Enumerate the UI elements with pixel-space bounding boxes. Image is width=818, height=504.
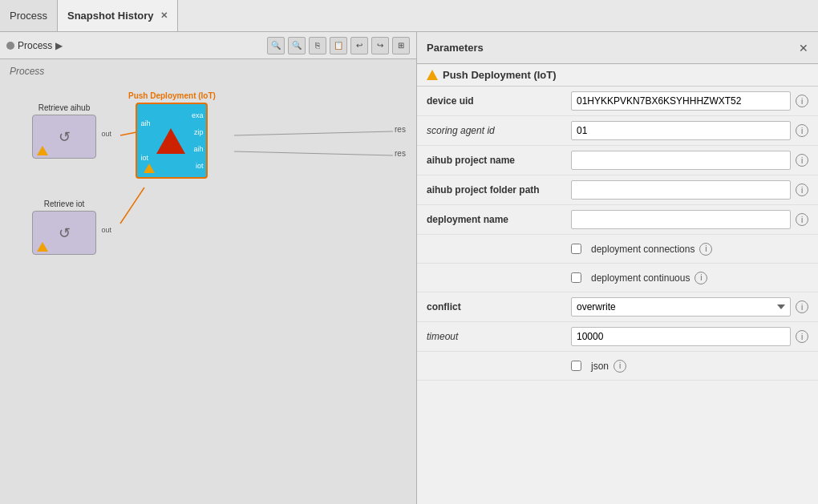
params-body: device uid i scoring agent id i aihub pr… <box>417 87 818 504</box>
param-info-device-uid[interactable]: i <box>796 95 808 107</box>
node-retrieve-aihub-body: ↺ out <box>32 115 96 159</box>
param-input-area-deployment-continuous: deployment continuous i <box>571 272 808 284</box>
canvas-area: Process Retrieve aihub ↺ out <box>0 59 416 504</box>
param-checkbox-deployment-continuous[interactable] <box>571 272 581 283</box>
param-checkbox-deployment-connections[interactable] <box>571 244 581 254</box>
param-input-area-device-uid: i <box>571 91 808 111</box>
param-checkbox-json[interactable] <box>571 361 581 371</box>
param-select-conflict[interactable]: overwrite skip error <box>571 297 791 317</box>
tab-snapshot-history-close[interactable]: ✕ <box>160 10 168 21</box>
param-label-scoring-agent-id: scoring agent id <box>427 125 571 136</box>
param-row-aihub-project-name: aihub project name i <box>417 146 818 175</box>
breadcrumb-dot <box>6 42 14 50</box>
node-retrieve-aihub-icon: ↺ <box>59 128 71 146</box>
param-row-deployment-name: deployment name i <box>417 205 818 235</box>
param-label-aihub-project-name: aihub project name <box>427 155 571 166</box>
canvas-res1-label: res <box>395 125 406 134</box>
node-retrieve-aihub-out-port: out <box>101 130 111 138</box>
param-input-area-aihub-project-folder-path: i <box>571 180 808 200</box>
node-retrieve-iot-body: ↺ out <box>32 211 96 255</box>
param-label-timeout: timeout <box>427 331 571 342</box>
node-push-deployment-iot[interactable]: Push Deployment (IoT) aih iot <box>128 91 216 179</box>
svg-line-2 <box>234 131 393 135</box>
param-row-deployment-connections: deployment connections i <box>417 235 818 264</box>
param-info-deployment-connections[interactable]: i <box>699 243 712 256</box>
node-retrieve-iot-out-port: out <box>101 226 111 234</box>
param-input-area-conflict: overwrite skip error i <box>571 297 808 317</box>
params-subtitle-warning-icon <box>427 70 438 81</box>
param-row-aihub-project-folder-path: aihub project folder path i <box>417 175 818 205</box>
param-label-deployment-name: deployment name <box>427 214 571 225</box>
toolbar-copy-button[interactable]: ⎘ <box>309 37 326 54</box>
toolbar-search2-button[interactable]: 🔍 <box>288 37 306 54</box>
params-close-button[interactable]: ✕ <box>799 42 808 54</box>
param-input-aihub-project-folder-path[interactable] <box>571 180 791 200</box>
param-row-conflict: conflict overwrite skip error i <box>417 292 818 322</box>
node-retrieve-aihub-label: Retrieve aihub <box>38 103 90 112</box>
toolbar: Process ▶ 🔍 🔍 ⎘ 📋 ↩ ↪ ⊞ <box>0 32 416 59</box>
breadcrumb-arrow: ▶ <box>55 40 63 51</box>
right-panel: Parameters ✕ Push Deployment (IoT) devic… <box>417 32 818 504</box>
param-label-device-uid: device uid <box>427 95 571 107</box>
node-push-deployment-iot-body: aih iot exa zip aih iot <box>136 103 208 179</box>
param-row-timeout: timeout i <box>417 322 818 352</box>
param-label-conflict: conflict <box>427 301 571 312</box>
node-iot-bottom-warning-icon <box>144 163 155 173</box>
toolbar-search1-button[interactable]: 🔍 <box>267 37 285 54</box>
tab-snapshot-history-label: Snapshot History <box>67 10 154 22</box>
node-iot-warning-container <box>155 125 187 157</box>
toolbar-undo-button[interactable]: ↩ <box>350 37 368 54</box>
tab-process-label: Process <box>10 10 47 22</box>
breadcrumb-label: Process <box>18 40 52 51</box>
node-retrieve-aihub[interactable]: Retrieve aihub ↺ out <box>32 103 96 159</box>
param-row-scoring-agent-id: scoring agent id i <box>417 116 818 146</box>
params-subtitle-label: Push Deployment (IoT) <box>443 69 557 81</box>
param-checkbox-label-deployment-connections: deployment connections <box>591 244 694 255</box>
param-row-json: json i <box>417 352 818 381</box>
param-input-area-scoring-agent-id: i <box>571 121 808 140</box>
svg-line-1 <box>120 187 144 224</box>
node-retrieve-iot-icon: ↺ <box>59 224 71 242</box>
canvas-label: Process <box>10 66 44 77</box>
breadcrumb: Process ▶ <box>6 40 63 51</box>
param-input-area-deployment-connections: deployment connections i <box>571 243 808 256</box>
param-info-deployment-name[interactable]: i <box>796 213 808 226</box>
param-input-scoring-agent-id[interactable] <box>571 121 791 140</box>
param-info-json[interactable]: i <box>614 360 626 373</box>
toolbar-fit-button[interactable]: ⊞ <box>392 37 410 54</box>
param-input-device-uid[interactable] <box>571 91 791 111</box>
params-subtitle: Push Deployment (IoT) <box>417 64 818 87</box>
node-iot-center <box>150 107 191 174</box>
param-input-aihub-project-name[interactable] <box>571 151 791 170</box>
param-checkbox-label-json: json <box>591 361 609 372</box>
params-title: Parameters <box>427 42 484 54</box>
node-retrieve-iot-warning-icon <box>37 242 48 252</box>
tab-bar: Process Snapshot History ✕ <box>0 0 818 32</box>
param-info-timeout[interactable]: i <box>796 330 808 343</box>
toolbar-paste-button[interactable]: 📋 <box>330 37 347 54</box>
node-iot-triangle-icon <box>156 128 185 154</box>
node-retrieve-iot[interactable]: Retrieve iot ↺ out <box>32 200 96 255</box>
param-checkbox-label-deployment-continuous: deployment continuous <box>591 272 690 284</box>
tab-process[interactable]: Process <box>0 0 58 31</box>
param-input-area-timeout: i <box>571 327 808 346</box>
canvas-res2-label: res <box>395 149 406 158</box>
toolbar-redo-button[interactable]: ↪ <box>371 37 389 54</box>
node-retrieve-iot-label: Retrieve iot <box>44 200 85 208</box>
main-area: Process ▶ 🔍 🔍 ⎘ 📋 ↩ ↪ ⊞ Process <box>0 32 818 504</box>
param-info-aihub-project-folder-path[interactable]: i <box>796 183 808 196</box>
param-info-aihub-project-name[interactable]: i <box>796 154 808 167</box>
node-retrieve-aihub-warning-icon <box>37 146 48 155</box>
param-info-scoring-agent-id[interactable]: i <box>796 124 808 137</box>
params-header: Parameters ✕ <box>417 32 818 64</box>
param-label-aihub-project-folder-path: aihub project folder path <box>427 184 571 196</box>
param-info-deployment-continuous[interactable]: i <box>694 272 707 284</box>
param-row-deployment-continuous: deployment continuous i <box>417 264 818 292</box>
param-input-area-json: json i <box>571 360 808 373</box>
node-iot-right-ports: exa zip aih iot <box>192 107 204 174</box>
tab-snapshot-history[interactable]: Snapshot History ✕ <box>58 0 178 31</box>
param-input-deployment-name[interactable] <box>571 210 791 229</box>
param-input-timeout[interactable] <box>571 327 791 346</box>
param-info-conflict[interactable]: i <box>796 300 808 313</box>
left-panel: Process ▶ 🔍 🔍 ⎘ 📋 ↩ ↪ ⊞ Process <box>0 32 417 504</box>
